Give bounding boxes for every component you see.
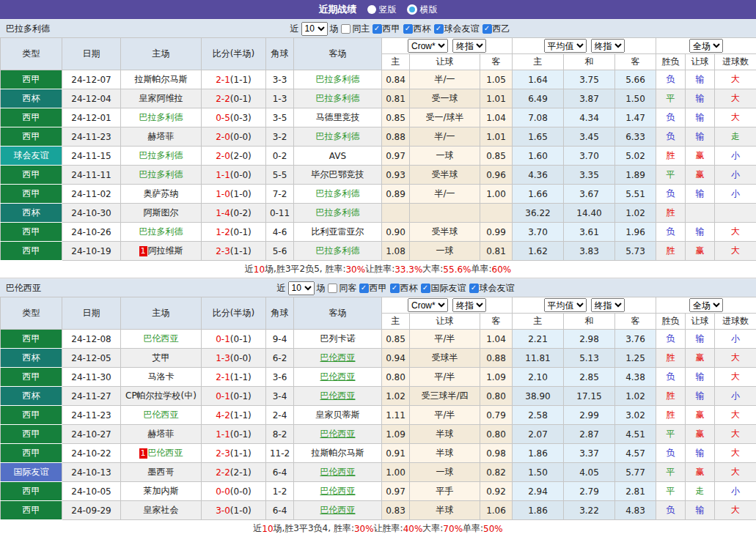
away-team-link[interactable]: 巴伦西亚 [320,371,356,382]
league-filter[interactable]: ✓西杯 [403,23,431,35]
fulltime-select[interactable]: 全场 [689,39,723,53]
corner-cell: 1-2 [266,482,294,501]
result-wdl-cell: 胜 [656,242,686,261]
home-team-link[interactable]: 皇家阿维拉 [139,93,183,103]
average-select[interactable]: 平均值 [544,298,587,312]
final-odds-select-2[interactable]: 终指 [591,39,625,53]
horizontal-layout-radio[interactable]: 横版 [407,4,438,16]
same-side-checkbox[interactable] [328,284,337,293]
away-team-link[interactable]: 毕尔巴鄂竞技 [312,169,364,179]
league-filter[interactable]: ✓西乙 [482,23,510,35]
final-odds-select[interactable]: 终指 [452,298,486,312]
away-team-link[interactable]: 拉斯帕尔马斯 [312,448,364,458]
result-goals-cell: 大 [715,406,756,425]
away-team-link[interactable]: 巴伦西亚 [320,352,356,363]
away-team-link[interactable]: 巴伦西亚 [320,505,356,515]
away-team-link[interactable]: 巴伦西亚 [320,486,356,496]
away-team-link[interactable]: 皇家贝蒂斯 [316,410,360,420]
fulltime-score-link[interactable]: 0-5 [216,113,230,123]
result-handicap: 输 [696,333,705,344]
away-team-link[interactable]: 巴拉多利德 [316,74,360,84]
home-team-link[interactable]: 赫塔菲 [148,429,175,439]
home-team-link[interactable]: 巴拉多利德 [139,150,183,160]
home-team-link[interactable]: 奥萨苏纳 [144,188,179,199]
home-team-cell: 赫塔菲 [121,127,202,147]
result-goals-cell: 大 [715,223,756,242]
league-filter[interactable]: ✓国际友谊 [421,282,466,295]
home-team-link[interactable]: 巴伦西亚 [144,410,179,420]
home-team-link[interactable]: 艾甲 [153,352,170,363]
away-team-link[interactable]: 巴拉多利德 [316,131,360,141]
fulltime-score-link[interactable]: 1-4 [216,208,230,218]
same-side-checkbox[interactable] [341,24,351,34]
fulltime-score-link[interactable]: 2-3 [216,246,230,256]
away-team-link[interactable]: AVS [329,151,346,161]
recent-count-select[interactable]: 10 [288,281,315,295]
fulltime-score-link[interactable]: 2-1 [216,372,230,382]
result-wdl-cell: 负 [656,368,686,387]
col-away-header: 客场 [294,297,382,330]
home-team-link[interactable]: 马洛卡 [148,371,175,382]
fulltime-score-link[interactable]: 0-1 [216,391,230,401]
away-team-link[interactable]: 比利亚雷亚尔 [312,226,364,237]
avg-away-odds: 1.50 [615,89,656,108]
away-team-link[interactable]: 巴拉多利德 [316,93,360,103]
home-team-link[interactable]: 巴拉多利德 [139,112,183,122]
away-team-link[interactable]: 巴伦西亚 [320,467,356,477]
fulltime-score-link[interactable]: 2-0 [216,151,230,161]
home-team-link[interactable]: 阿拉维斯 [148,245,183,256]
fulltime-score-link[interactable]: 1-3 [216,353,230,363]
home-team-link[interactable]: 巴拉多利德 [139,226,183,237]
fulltime-score-link[interactable]: 2-1 [216,75,230,85]
fulltime-score-link[interactable]: 1-1 [216,170,230,180]
final-odds-select-2[interactable]: 终指 [591,298,625,312]
fulltime-score-link[interactable]: 2-3 [216,448,230,459]
away-team-link[interactable]: 巴伦西亚 [320,429,356,439]
handicap-result-header: 让球 [686,54,715,70]
away-team-link[interactable]: 巴伦西亚 [320,390,356,401]
away-team-cell: 巴拉多利德 [294,204,382,223]
league-filter[interactable]: ✓球会友谊 [434,23,480,35]
league-filter-label: 球会友谊 [480,282,515,295]
fulltime-score-link[interactable]: 1-1 [216,429,230,440]
fulltime-score-link[interactable]: 4-2 [216,410,230,421]
league-filter[interactable]: ✓西甲 [359,282,387,295]
crow-home-odds: 0.85 [382,330,410,349]
avg-draw-odds: 14.40 [564,204,615,223]
away-team-link[interactable]: 巴拉多利德 [316,245,360,256]
result-wdl: 负 [667,131,675,141]
vertical-layout-radio[interactable]: 竖版 [367,4,397,16]
home-team-link[interactable]: 赫塔菲 [148,131,175,141]
fulltime-score-link[interactable]: 1-2 [216,227,230,237]
away-team-link[interactable]: 马德里竞技 [316,112,360,122]
odds-company-select[interactable]: Crow* [408,298,448,312]
home-team-link[interactable]: 巴拉多利德 [139,169,183,179]
home-team-link[interactable]: 巴伦西亚 [148,448,183,458]
home-team-link[interactable]: 墨西哥 [148,467,175,477]
home-team-link[interactable]: 巴伦西亚 [144,333,179,344]
league-filter[interactable]: ✓球会友谊 [469,282,515,295]
home-team-link[interactable]: CP帕尔拉学校(中) [125,390,197,401]
halftime-score: (0-2) [230,208,252,218]
fulltime-score-link[interactable]: 2-2 [216,94,230,104]
recent-count-select[interactable]: 10 [301,22,328,36]
away-team-link[interactable]: 巴拉多利德 [316,188,360,199]
fulltime-score-link[interactable]: 3-0 [216,505,230,516]
home-team-link[interactable]: 莱加内斯 [144,486,179,496]
home-team-link[interactable]: 拉斯帕尔马斯 [135,74,188,84]
final-odds-select[interactable]: 终指 [452,39,486,53]
away-team-link[interactable]: 巴列卡诺 [320,333,356,344]
fulltime-score-link[interactable]: 1-0 [216,189,230,199]
league-filter[interactable]: ✓西杯 [390,282,418,295]
odds-company-select[interactable]: Crow* [408,39,448,53]
fulltime-select[interactable]: 全场 [689,298,723,312]
fulltime-score-link[interactable]: 2-2 [216,467,230,478]
league-filter[interactable]: ✓西甲 [373,23,400,35]
away-team-link[interactable]: 巴拉多利德 [316,207,360,218]
home-team-link[interactable]: 阿斯图尔 [144,207,179,218]
fulltime-score-link[interactable]: 0-0 [216,486,230,497]
home-team-link[interactable]: 皇家社会 [144,505,179,515]
fulltime-score-link[interactable]: 2-0 [216,132,230,142]
average-select[interactable]: 平均值 [544,39,587,53]
fulltime-score-link[interactable]: 0-1 [216,334,230,344]
